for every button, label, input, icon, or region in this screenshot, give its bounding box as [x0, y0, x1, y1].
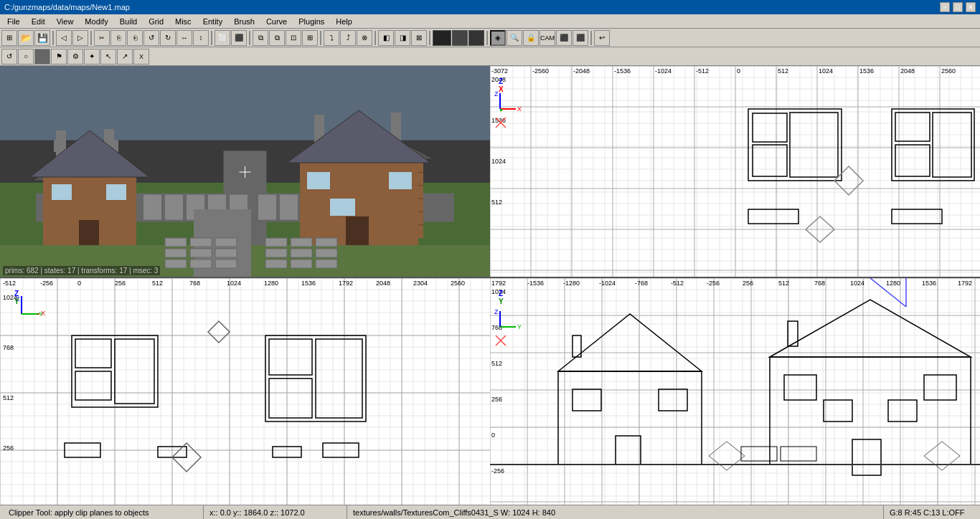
tb2-star[interactable]: ✦	[84, 49, 100, 65]
viewport-3d[interactable]: prims: 682 | states: 17 | transforms: 17…	[0, 66, 490, 278]
tb-tex1[interactable]	[433, 30, 451, 46]
tb-select2[interactable]: ⬛	[231, 30, 247, 46]
sep6	[374, 31, 376, 45]
tb-cam2[interactable]: ⬛	[556, 30, 572, 46]
tb-view2[interactable]: ⧉	[269, 30, 285, 46]
xz-canvas	[490, 66, 980, 278]
menu-edit[interactable]: Edit	[26, 16, 51, 27]
close-button[interactable]: ✕	[966, 2, 976, 12]
tb-rotate-left[interactable]: ↺	[143, 30, 159, 46]
tb2-a2[interactable]: ↗	[117, 49, 133, 65]
tb-patch2[interactable]: ◨	[395, 30, 410, 46]
tb-connect2[interactable]: ⤴	[340, 30, 356, 46]
xy-axis: Z Y	[14, 290, 19, 305]
tb2-rot[interactable]: ↺	[1, 49, 17, 65]
sep9	[590, 31, 592, 45]
tb-view3[interactable]: ⊡	[286, 30, 301, 46]
viewport-yz[interactable]: Z Y	[490, 278, 980, 505]
tb-save[interactable]: 💾	[34, 30, 50, 46]
menu-curve[interactable]: Curve	[260, 16, 293, 27]
tb-back[interactable]: ↩	[594, 30, 610, 46]
tb-flip-h[interactable]: ↔	[176, 30, 192, 46]
status-grid: G:8 R:45 C:13 L:OFF	[884, 505, 977, 519]
menu-modify[interactable]: Modify	[79, 16, 113, 27]
tb-connect3[interactable]: ⊗	[357, 30, 372, 46]
tb-flip-v[interactable]: ↕	[193, 30, 209, 46]
toolbar1: ⊞ 📂 💾 ◁ ▷ ✂ ⎘ ⎗ ↺ ↻ ↔ ↕ ⬜ ⬛ ⧉ ⧉ ⊡ ⊞ ⤵ ⤴ …	[0, 29, 980, 47]
tb-magnet[interactable]: 🔍	[507, 30, 522, 46]
menu-entity[interactable]: Entity	[197, 16, 229, 27]
tb-cam3[interactable]: ⬛	[573, 30, 588, 46]
sep1	[52, 31, 54, 45]
tb-connect1[interactable]: ⤵	[324, 30, 339, 46]
statusbar: Clipper Tool: apply clip planes to objec…	[0, 505, 980, 519]
tb2-a1[interactable]: ↖	[100, 49, 116, 65]
xy-canvas	[0, 278, 490, 505]
right-panels: Z X Z Y	[490, 66, 980, 505]
tb-redo[interactable]: ▷	[72, 30, 88, 46]
tb-open[interactable]: 📂	[18, 30, 34, 46]
tb-select1[interactable]: ⬜	[215, 30, 230, 46]
left-panels: prims: 682 | states: 17 | transforms: 17…	[0, 66, 490, 505]
yz-axis: Z Y	[499, 290, 504, 305]
titlebar: C:/gunzmaps/data/maps/New1.map – □ ✕	[0, 0, 980, 14]
menubar: File Edit View Modify Build Grid Misc En…	[0, 14, 980, 29]
tb2-sel[interactable]	[34, 49, 50, 65]
tb-copy[interactable]: ⎘	[110, 30, 126, 46]
tb-cut[interactable]: ✂	[94, 30, 110, 46]
menu-view[interactable]: View	[51, 16, 80, 27]
main-area: prims: 682 | states: 17 | transforms: 17…	[0, 66, 980, 505]
tb-view1[interactable]: ⧉	[253, 30, 268, 46]
menu-file[interactable]: File	[1, 16, 26, 27]
menu-grid[interactable]: Grid	[143, 16, 169, 27]
tb2-a3[interactable]: X	[133, 49, 149, 65]
menu-brush[interactable]: Brush	[228, 16, 260, 27]
maximize-button[interactable]: □	[953, 2, 963, 12]
sep4	[249, 31, 250, 45]
tb2-circle[interactable]: ○	[18, 49, 34, 65]
tb-cam1[interactable]: CAM	[540, 30, 555, 46]
sep7	[429, 31, 430, 45]
titlebar-title: C:/gunzmaps/data/maps/New1.map	[4, 3, 130, 11]
sep2	[90, 31, 92, 45]
toolbar2: ↺ ○ ⚑ ⚙ ✦ ↖ ↗ X	[0, 47, 980, 66]
status-texture: textures/walls/TexturesCom_Cliffs0431_S …	[347, 505, 884, 519]
yz-canvas	[490, 278, 980, 505]
tb-rotate-right[interactable]: ↻	[160, 30, 176, 46]
viewport-xy[interactable]: Z Y	[0, 278, 490, 505]
tb-lock[interactable]: 🔒	[523, 30, 539, 46]
sep8	[486, 31, 488, 45]
tb-tex3[interactable]	[468, 30, 484, 46]
viewport-3d-info: prims: 682 | states: 17 | transforms: 17…	[3, 266, 160, 275]
titlebar-controls: – □ ✕	[940, 2, 976, 12]
tb-paste[interactable]: ⎗	[127, 30, 143, 46]
tb2-flag[interactable]: ⚑	[51, 49, 67, 65]
xz-axis: Z X	[499, 77, 504, 93]
3d-canvas	[0, 66, 490, 278]
tb-new[interactable]: ⊞	[1, 30, 17, 46]
viewport-xz[interactable]: Z X	[490, 66, 980, 278]
tb2-ent[interactable]: ⚙	[67, 49, 83, 65]
status-coords: x:: 0.0 y:: 1864.0 z:: 1072.0	[204, 505, 347, 519]
tb-tex2[interactable]	[452, 30, 468, 46]
sep3	[211, 31, 212, 45]
menu-misc[interactable]: Misc	[169, 16, 197, 27]
tb-patch1[interactable]: ◧	[378, 30, 394, 46]
menu-build[interactable]: Build	[114, 16, 143, 27]
tb-active-tool[interactable]: ◈	[490, 30, 506, 46]
sep5	[320, 31, 321, 45]
status-tool: Clipper Tool: apply clip planes to objec…	[3, 505, 204, 519]
menu-help[interactable]: Help	[330, 16, 358, 27]
tb-undo[interactable]: ◁	[56, 30, 72, 46]
tb-patch3[interactable]: ⊠	[411, 30, 427, 46]
minimize-button[interactable]: –	[940, 2, 950, 12]
tb-view4[interactable]: ⊞	[302, 30, 318, 46]
menu-plugins[interactable]: Plugins	[293, 16, 330, 27]
